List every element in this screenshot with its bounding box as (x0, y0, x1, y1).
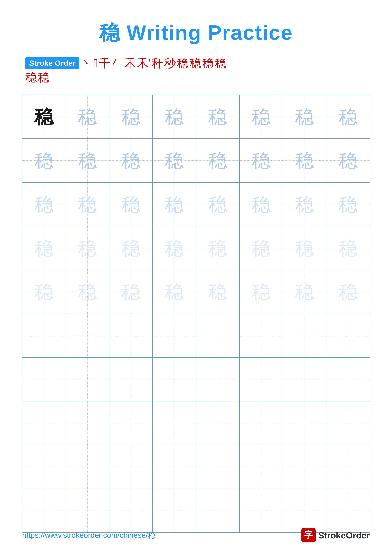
grid-cell-2-4: 稳 (153, 139, 196, 182)
grid-cell-5-4: 稳 (153, 270, 196, 314)
grid-cell-9-8 (326, 445, 370, 489)
footer-logo: 字 StrokeOrder (301, 528, 370, 542)
char-light: 稳 (339, 195, 357, 214)
grid-cell-9-5 (196, 445, 240, 489)
stroke-order-section: Stroke Order 丶 𠃌 千 𠂉 禾 禾′ 秆 秒 稳 稳 稳 稳 稳 … (22, 56, 370, 85)
grid-cell-2-7: 稳 (283, 139, 327, 182)
grid-cell-6-3 (109, 314, 153, 358)
grid-cell-8-6 (240, 401, 283, 445)
char-very-light: 稳 (121, 239, 140, 258)
grid-cell-1-3: 稳 (109, 95, 153, 139)
grid-cell-8-8 (326, 401, 370, 445)
grid-cell-10-1 (22, 489, 66, 532)
grid-cell-3-4: 稳 (153, 183, 196, 226)
grid-cell-6-8 (326, 314, 370, 358)
char-very-light: 稳 (295, 282, 314, 301)
stroke-char-6: 禾′ (137, 56, 150, 70)
grid-cell-1-2: 稳 (66, 95, 109, 139)
grid-cell-2-1: 稳 (22, 139, 66, 182)
stroke-char-13: 稳 (25, 70, 37, 85)
grid-cell-10-8 (326, 489, 370, 532)
grid-cell-5-6: 稳 (240, 270, 283, 314)
grid-row-10 (22, 489, 370, 532)
grid-cell-2-5: 稳 (196, 139, 240, 182)
char-light: 稳 (208, 195, 227, 214)
stroke-order-badge: Stroke Order (25, 57, 79, 69)
grid-cell-5-1: 稳 (22, 270, 66, 314)
grid-cell-5-8: 稳 (326, 270, 370, 314)
char-very-light: 稳 (78, 239, 97, 258)
stroke-char-8: 秒 (164, 56, 176, 70)
char-medium: 稳 (35, 151, 53, 170)
grid-cell-5-2: 稳 (66, 270, 109, 314)
grid-cell-1-7: 稳 (283, 95, 327, 139)
grid-cell-7-8 (326, 358, 370, 401)
grid-cell-10-5 (196, 489, 240, 532)
grid-cell-3-8: 稳 (326, 183, 370, 226)
stroke-char-11: 稳 (202, 56, 214, 70)
grid-cell-3-3: 稳 (109, 183, 153, 226)
grid-cell-10-3 (109, 489, 153, 532)
grid-cell-9-1 (22, 445, 66, 489)
grid-cell-8-1 (22, 401, 66, 445)
grid-cell-10-4 (153, 489, 196, 532)
grid-cell-3-7: 稳 (283, 183, 327, 226)
char-medium: 稳 (165, 151, 184, 170)
grid-row-7 (22, 358, 370, 401)
grid-cell-3-6: 稳 (240, 183, 283, 226)
char-light: 稳 (295, 195, 314, 214)
char-light: 稳 (78, 195, 97, 214)
grid-cell-2-6: 稳 (240, 139, 283, 182)
grid-cell-10-6 (240, 489, 283, 532)
stroke-char-4: 𠂉 (112, 56, 123, 70)
grid-cell-7-3 (109, 358, 153, 401)
grid-row-8 (22, 401, 370, 445)
char-medium: 稳 (78, 107, 97, 126)
grid-cell-6-5 (196, 314, 240, 358)
grid-cell-6-2 (66, 314, 109, 358)
grid-row-6 (22, 314, 370, 358)
grid-cell-10-2 (66, 489, 109, 532)
grid-cell-4-5: 稳 (196, 226, 240, 270)
char-medium: 稳 (121, 107, 140, 126)
page-title: 稳 Writing Practice (22, 19, 370, 47)
char-very-light: 稳 (252, 239, 271, 258)
char-very-light: 稳 (121, 282, 140, 301)
char-very-light: 稳 (78, 282, 97, 301)
char-medium: 稳 (78, 151, 97, 170)
grid-row-1: 稳 稳 稳 稳 稳 稳 稳 稳 (22, 95, 370, 139)
char-medium: 稳 (121, 151, 140, 170)
char-very-light: 稳 (208, 239, 227, 258)
char-medium: 稳 (295, 107, 314, 126)
char-very-light: 稳 (35, 282, 53, 301)
char-very-light: 稳 (35, 239, 53, 258)
stroke-char-1: 丶 (81, 56, 92, 70)
char-very-light: 稳 (165, 239, 184, 258)
grid-cell-2-8: 稳 (326, 139, 370, 182)
footer-url[interactable]: https://www.strokeorder.com/chinese/稳 (22, 530, 156, 540)
grid-cell-10-7 (283, 489, 327, 532)
grid-cell-7-4 (153, 358, 196, 401)
char-medium: 稳 (252, 151, 271, 170)
char-very-light: 稳 (165, 282, 184, 301)
char-medium: 稳 (165, 107, 184, 126)
grid-row-2: 稳 稳 稳 稳 稳 稳 稳 稳 (22, 139, 370, 183)
char-light: 稳 (165, 195, 184, 214)
stroke-char-7: 秆 (152, 56, 163, 70)
grid-cell-6-6 (240, 314, 283, 358)
grid-cell-6-1 (22, 314, 66, 358)
grid-cell-1-1: 稳 (22, 95, 66, 139)
grid-cell-6-7 (283, 314, 327, 358)
grid-cell-4-7: 稳 (283, 226, 327, 270)
grid-cell-4-3: 稳 (109, 226, 153, 270)
grid-cell-8-2 (66, 401, 109, 445)
grid-cell-2-3: 稳 (109, 139, 153, 182)
grid-cell-4-1: 稳 (22, 226, 66, 270)
stroke-char-5: 禾 (124, 56, 136, 70)
char-very-light: 稳 (208, 282, 227, 301)
char-very-light: 稳 (295, 239, 314, 258)
grid-cell-8-7 (283, 401, 327, 445)
footer: https://www.strokeorder.com/chinese/稳 字 … (22, 528, 370, 542)
grid-cell-5-7: 稳 (283, 270, 327, 314)
grid-row-3: 稳 稳 稳 稳 稳 稳 稳 稳 (22, 183, 370, 226)
